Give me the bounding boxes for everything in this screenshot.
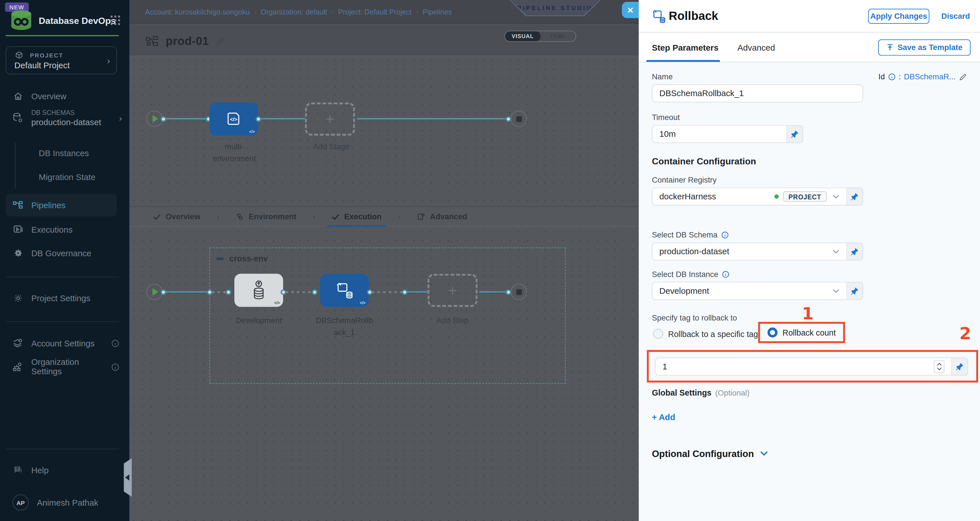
chevron-right-icon: › xyxy=(398,212,401,221)
chevron-down-icon[interactable] xyxy=(832,249,839,254)
timeout-input[interactable]: 10m xyxy=(652,125,786,143)
sidebar-item-project-settings[interactable]: Project Settings xyxy=(0,288,129,308)
add-stage-button[interactable]: + xyxy=(305,102,355,135)
status-dot xyxy=(774,194,778,199)
sidebar-item-db-instances[interactable]: DB Instances xyxy=(0,143,129,163)
toggle-yaml[interactable]: YAML xyxy=(540,31,576,41)
edit-pencil-icon[interactable] xyxy=(216,37,225,46)
pipeline-studio-label: PIPELINE STUDIO xyxy=(517,4,593,11)
breadcrumb-organization[interactable]: Organization: default xyxy=(261,8,327,15)
info-icon[interactable] xyxy=(721,231,729,239)
step-node-development[interactable]: </> xyxy=(234,274,283,307)
sidebar-item-help[interactable]: ? Help xyxy=(0,461,129,480)
rollback-count-input[interactable]: 1 xyxy=(655,357,951,375)
db-schema-select[interactable]: production-dataset xyxy=(652,242,846,261)
sidebar-item-db-schemas[interactable]: DB SCHEMAS production-dataset › xyxy=(0,105,129,134)
db-instance-select[interactable]: Development xyxy=(652,282,846,300)
sidebar-item-organization-settings[interactable]: Organization Settings xyxy=(0,357,129,376)
number-spinner[interactable] xyxy=(934,360,944,373)
info-icon[interactable] xyxy=(888,73,896,80)
svg-text:</>: </> xyxy=(230,116,237,122)
chevron-down-icon[interactable] xyxy=(832,288,839,293)
chevron-right-icon: › xyxy=(313,212,316,221)
add-step-button[interactable]: + xyxy=(428,274,477,307)
radio-unselected[interactable] xyxy=(653,329,663,339)
collapse-arrow-icon xyxy=(125,474,129,481)
radio-rollback-count[interactable]: Rollback count xyxy=(768,328,836,338)
name-input[interactable]: DBSchemaRollback_1 xyxy=(652,84,863,103)
stage-node-multi-environment[interactable]: </> </> xyxy=(209,102,258,135)
group-header[interactable]: cross-env xyxy=(216,254,267,263)
gear-icon xyxy=(13,248,23,258)
sidebar-item-overview[interactable]: Overview xyxy=(0,87,129,105)
sidebar-item-label: Organization Settings xyxy=(31,357,103,376)
close-icon: ✕ xyxy=(627,5,634,15)
sidebar-item-label: DB SCHEMAS production-dataset xyxy=(31,107,101,127)
scope-badge: PROJECT xyxy=(783,191,827,202)
stage-tabs: Overview › Environment › Execution › Adv xyxy=(129,206,639,227)
sidebar-item-migration-state[interactable]: Migration State xyxy=(0,167,129,186)
tab-overview[interactable]: Overview xyxy=(148,207,205,226)
add-step-label: Add Step xyxy=(428,315,477,327)
info-icon[interactable] xyxy=(111,339,119,347)
user-menu[interactable]: AP Animesh Pathak xyxy=(0,492,129,513)
container-registry-input[interactable]: dockerHarness PROJECT xyxy=(652,187,846,206)
chevron-down-icon[interactable] xyxy=(832,194,839,199)
database-devops-logo xyxy=(10,10,32,31)
chevron-right-icon: › xyxy=(119,114,122,123)
pin-button[interactable] xyxy=(846,282,863,300)
annotation-2: 2 xyxy=(959,323,971,343)
edit-pencil-icon[interactable] xyxy=(959,73,967,81)
tab-execution[interactable]: Execution xyxy=(327,207,387,226)
divider xyxy=(6,321,119,322)
apps-grid-icon[interactable] xyxy=(110,15,121,25)
environment-icon xyxy=(235,213,244,220)
pin-button[interactable] xyxy=(846,242,863,261)
breadcrumb-account[interactable]: Account: kurosakiichigo.songoku xyxy=(145,8,250,15)
sidebar-item-executions[interactable]: Executions xyxy=(0,220,129,239)
panel-tabs: Step Parameters Advanced Save as Templat… xyxy=(639,33,980,62)
sidebar-item-pipelines[interactable]: Pipelines xyxy=(6,194,117,216)
save-as-template-button[interactable]: Save as Template xyxy=(878,39,970,56)
pipeline-icon xyxy=(13,201,23,209)
sidebar-item-account-settings[interactable]: Account Settings xyxy=(0,334,129,353)
chevron-down-icon xyxy=(760,451,768,456)
breadcrumb-pipelines[interactable]: Pipelines xyxy=(423,8,452,15)
chevron-right-icon: › xyxy=(331,8,334,15)
toggle-visual[interactable]: VISUAL xyxy=(505,31,540,41)
select-db-schema-label: Select DB Schema xyxy=(652,231,718,239)
tab-advanced[interactable]: Advanced xyxy=(412,207,473,226)
apply-changes-button[interactable]: Apply Changes xyxy=(868,9,929,24)
radio-specific-tag[interactable]: Rollback to a specific tag xyxy=(653,329,758,339)
info-icon[interactable] xyxy=(722,271,729,278)
radio-selected[interactable] xyxy=(768,328,778,338)
panel-header: Rollback Apply Changes Discard xyxy=(639,0,980,32)
info-icon[interactable] xyxy=(111,363,119,371)
pin-button[interactable] xyxy=(846,187,863,206)
pin-button[interactable] xyxy=(786,125,803,143)
pin-icon xyxy=(851,247,859,256)
add-link[interactable]: + Add xyxy=(652,413,967,422)
annotation-box-2: 1 xyxy=(647,350,978,382)
start-node xyxy=(146,284,162,300)
visual-yaml-toggle[interactable]: VISUAL YAML xyxy=(504,31,576,42)
project-selector[interactable]: PROJECT Default Project › xyxy=(6,46,117,75)
discard-button[interactable]: Discard xyxy=(941,12,970,21)
close-panel-button[interactable]: ✕ xyxy=(622,2,639,18)
pin-button[interactable] xyxy=(951,357,968,375)
step-node-dbschemarollback[interactable]: </> xyxy=(320,274,369,307)
breadcrumb-project[interactable]: Project: Default Project xyxy=(338,8,412,15)
name-label: Name xyxy=(652,73,673,81)
sidebar-item-db-governance[interactable]: DB Governance xyxy=(0,244,129,263)
optional-configuration-toggle[interactable]: Optional Configuration xyxy=(652,448,967,459)
collapse-minus-icon[interactable] xyxy=(216,257,224,260)
tab-advanced[interactable]: Advanced xyxy=(737,43,775,53)
tab-environment[interactable]: Environment xyxy=(231,207,301,226)
pipeline-title-bar: prod-01 VISUAL YAML xyxy=(129,24,639,56)
container-configuration-heading: Container Configuration xyxy=(652,156,967,166)
stop-icon xyxy=(516,289,522,295)
stage-name-label: multi-environment xyxy=(209,141,259,165)
brand: Database DevOps xyxy=(10,10,116,31)
sidebar-collapse-handle[interactable] xyxy=(124,458,132,497)
tab-step-parameters[interactable]: Step Parameters xyxy=(652,43,718,53)
